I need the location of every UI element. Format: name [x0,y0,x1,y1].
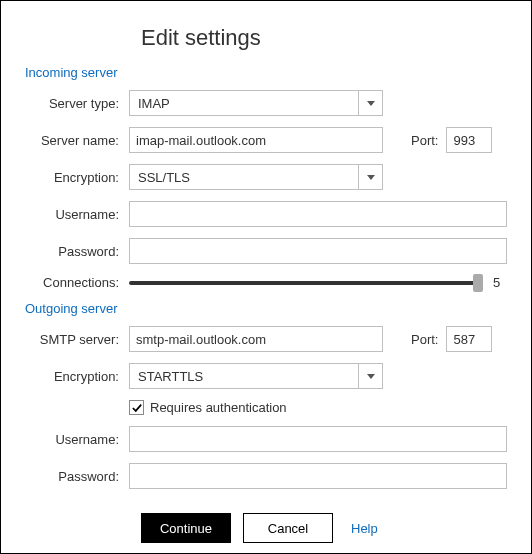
server-type-label: Server type: [25,96,129,111]
server-type-dropdown-button[interactable] [358,91,382,115]
chevron-down-icon [367,101,375,106]
incoming-username-input[interactable] [129,201,507,227]
server-name-label: Server name: [25,133,129,148]
incoming-header: Incoming server [25,65,507,80]
outgoing-port-input[interactable] [446,326,492,352]
server-type-value: IMAP [130,96,358,111]
incoming-encryption-label: Encryption: [25,170,129,185]
connections-label: Connections: [25,275,129,290]
server-name-input[interactable] [129,127,383,153]
incoming-encryption-dropdown-button[interactable] [358,165,382,189]
chevron-down-icon [367,374,375,379]
chevron-down-icon [367,175,375,180]
requires-auth-checkbox[interactable] [129,400,144,415]
continue-button[interactable]: Continue [141,513,231,543]
incoming-port-input[interactable] [446,127,492,153]
outgoing-password-label: Password: [25,469,129,484]
outgoing-encryption-label: Encryption: [25,369,129,384]
incoming-encryption-select[interactable]: SSL/TLS [129,164,383,190]
connections-slider[interactable] [129,281,483,285]
server-type-select[interactable]: IMAP [129,90,383,116]
page-title: Edit settings [141,25,507,51]
outgoing-encryption-select[interactable]: STARTTLS [129,363,383,389]
outgoing-encryption-value: STARTTLS [130,369,358,384]
help-link[interactable]: Help [351,521,378,536]
check-icon [132,403,142,413]
requires-auth-label: Requires authentication [150,400,287,415]
incoming-port-label: Port: [411,133,438,148]
outgoing-port-label: Port: [411,332,438,347]
incoming-password-label: Password: [25,244,129,259]
incoming-username-label: Username: [25,207,129,222]
cancel-button[interactable]: Cancel [243,513,333,543]
outgoing-encryption-dropdown-button[interactable] [358,364,382,388]
settings-dialog: Edit settings Incoming server Server typ… [0,0,532,554]
outgoing-password-input[interactable] [129,463,507,489]
smtp-server-label: SMTP server: [25,332,129,347]
outgoing-username-input[interactable] [129,426,507,452]
connections-value: 5 [493,275,507,290]
smtp-server-input[interactable] [129,326,383,352]
incoming-password-input[interactable] [129,238,507,264]
outgoing-header: Outgoing server [25,301,507,316]
incoming-encryption-value: SSL/TLS [130,170,358,185]
outgoing-username-label: Username: [25,432,129,447]
